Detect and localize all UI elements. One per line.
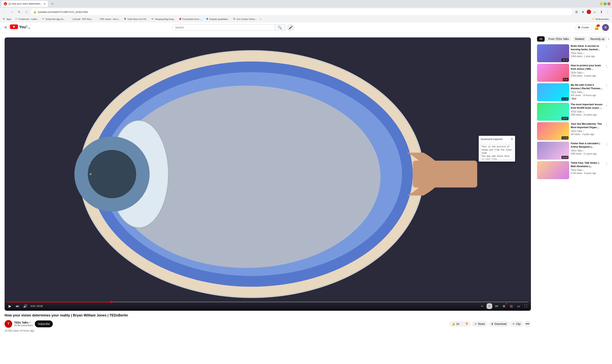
- extract-favicon: 🏷: [42, 18, 45, 20]
- address-bar[interactable]: 🔒 youtube.com/watch?v=cB6-FcA1_bU&t=240s: [31, 9, 573, 15]
- tab-related[interactable]: Related: [573, 36, 586, 42]
- history-icon[interactable]: ↙: [592, 9, 598, 14]
- new-tab-button[interactable]: +: [50, 1, 55, 6]
- clip-edit-button[interactable]: ✂: [479, 303, 485, 309]
- bookmark-problemset[interactable]: 📋 Problemset - Codef...: [14, 17, 40, 21]
- captions-button[interactable]: CC: [494, 303, 500, 309]
- close-button[interactable]: [607, 2, 611, 5]
- related-video-item[interactable]: 18:19 Brain Hack: 6 secrets to learning …: [537, 44, 609, 62]
- progress-bar[interactable]: [7, 301, 529, 302]
- extensions-icon[interactable]: ⊞: [574, 9, 579, 14]
- tab-from-tedx[interactable]: From TEDx Talks: [546, 36, 571, 42]
- miniplayer-button[interactable]: ⊡: [508, 303, 514, 309]
- bookmark-icon[interactable]: ★: [580, 9, 586, 14]
- settings-button[interactable]: ⚙: [501, 303, 507, 309]
- related-more-button[interactable]: ⋮: [604, 64, 609, 68]
- bookmark-pdf-resizer[interactable]: 📄 PDF resizer - free o...: [95, 17, 122, 21]
- related-channel-name: TEDx Talks✓: [571, 110, 603, 113]
- related-more-button[interactable]: ⋮: [604, 161, 609, 166]
- channel-name: TEDx Talks ✓: [14, 321, 33, 324]
- next-button[interactable]: ⏭: [14, 303, 21, 309]
- download-label: Download: [495, 322, 506, 325]
- related-more-button[interactable]: ⋮: [604, 122, 609, 127]
- youtube-header: ≡ YouTube IN 🔍 🎤 ✚: [0, 22, 612, 33]
- create-button[interactable]: ✚ Create: [575, 25, 591, 30]
- tab-all[interactable]: All: [537, 36, 545, 42]
- video-controls: ▶ ⏭ 🔊 4:01 / 20:20 ✂ ⏱ CC ⚙: [5, 300, 531, 311]
- bookmark-apps[interactable]: ⊞ Apps: [1, 17, 13, 21]
- volume-button[interactable]: 🔊: [22, 303, 28, 309]
- bookmarks-more-button[interactable]: »: [259, 17, 263, 21]
- back-button[interactable]: ←: [1, 9, 8, 15]
- controls-row: ▶ ⏭ 🔊 4:01 / 20:20 ✂ ⏱ CC ⚙: [7, 303, 529, 309]
- bookmark-irregular[interactable]: 🔷 Irregular quadrilater...: [204, 17, 231, 21]
- related-video-title: Brain Hack: 6 secrets to learning faster…: [571, 44, 603, 51]
- close-tab-button[interactable]: ✕: [43, 2, 46, 5]
- related-video-item[interactable]: Think Fast. Talk Smart. | Matt Abrahams …: [537, 161, 609, 179]
- related-video-item[interactable]: 15:04 Faster than a calculator | Arthur …: [537, 142, 609, 160]
- subscribe-button[interactable]: Subscribe: [35, 320, 53, 327]
- channel-verified: ✓: [583, 130, 584, 132]
- notifications-button[interactable]: 🔔 1: [593, 24, 600, 31]
- home-button[interactable]: ⌂: [23, 9, 29, 15]
- forward-button[interactable]: →: [9, 9, 15, 15]
- search-input[interactable]: [172, 25, 275, 31]
- share-button[interactable]: ↗ Share: [472, 321, 487, 327]
- maximize-button[interactable]: [604, 2, 607, 5]
- channel-avatar[interactable]: T: [5, 320, 12, 328]
- browser-tab[interactable]: ▶ (1) How your vision determines... ✕: [1, 1, 48, 7]
- clip-icon: ✂: [513, 322, 515, 325]
- youtube-country: IN: [28, 27, 30, 29]
- tab-recently-up[interactable]: Recently up: [588, 36, 607, 42]
- clip-button[interactable]: ✂ Clip: [510, 321, 523, 327]
- related-more-button[interactable]: ⋮: [604, 142, 609, 146]
- bookmark-fruit[interactable]: 🍎 Fruit basket Icons -...: [178, 17, 204, 21]
- video-duration: 11:29: [561, 136, 568, 139]
- all-bookmarks-folder[interactable]: 📁 All Bookmarks: [591, 17, 611, 21]
- new-badge: New: [571, 97, 577, 100]
- dislike-button[interactable]: 👎: [462, 321, 471, 327]
- related-more-button[interactable]: ⋮: [604, 44, 609, 49]
- video-player[interactable]: Screenshot Captured ✕ This is the pictur…: [5, 38, 531, 311]
- profile-icon[interactable]: Y: [587, 10, 591, 14]
- related-video-thumbnail: [537, 161, 569, 179]
- related-video-item[interactable]: 11:16 My life with Crohn's disease | Rac…: [537, 83, 609, 101]
- related-video-item[interactable]: 11:29 Your Gut Microbiome: The Most Impo…: [537, 122, 609, 140]
- bookmark-icon-creator[interactable]: 🎨 Icon Creator Online...: [232, 17, 258, 21]
- menu-icon[interactable]: ⋮: [605, 9, 611, 14]
- downloads-icon[interactable]: ⬇: [598, 9, 604, 14]
- refresh-button[interactable]: ↻: [16, 9, 22, 15]
- related-video-info: Brain Hack: 6 secrets to learning faster…: [571, 44, 603, 62]
- voice-search-button[interactable]: 🎤: [287, 24, 294, 31]
- autoplay-toggle[interactable]: ⏱: [487, 303, 492, 309]
- related-video-title: Faster than a calculator | Arthur Benjam…: [571, 142, 603, 149]
- hamburger-menu-button[interactable]: ≡: [3, 24, 8, 31]
- related-video-item[interactable]: 9:25 How to protect your brain from stre…: [537, 64, 609, 82]
- bookmark-cloth[interactable]: 🖼 Cloth Store icon PN...: [123, 17, 149, 21]
- sidebar-tabs-chevron[interactable]: ›: [608, 36, 609, 42]
- video-title: How your vision determines your reality …: [5, 313, 531, 318]
- related-more-button[interactable]: ⋮: [604, 103, 609, 107]
- play-button[interactable]: ▶: [7, 303, 13, 309]
- related-video-item[interactable]: 14:37 The most important lesson from 83,…: [537, 103, 609, 121]
- screenshot-popup-close-button[interactable]: ✕: [511, 137, 513, 141]
- bookmark-extract[interactable]: 🏷 Extract the tags fro...: [41, 17, 67, 21]
- bookmark-lldl[interactable]: 📄 LLDl.pdf - PDF Resi...: [68, 17, 95, 21]
- channel-details[interactable]: TEDx Talks ✓ 40.8M subscribers: [14, 321, 33, 327]
- fullscreen-button[interactable]: ⛶: [523, 303, 529, 309]
- share-icon: ↗: [474, 322, 477, 325]
- video-duration: 11:16: [561, 97, 568, 101]
- related-more-button[interactable]: ⋮: [604, 83, 609, 88]
- more-actions-button[interactable]: •••: [524, 320, 531, 327]
- youtube-logo[interactable]: YouTube IN: [10, 24, 30, 31]
- screenshot-notes-textarea[interactable]: This is the picture of human eye from th…: [481, 144, 513, 159]
- action-buttons: 👍 1K 👎 ↗ Share ⬇ Download: [449, 320, 531, 327]
- related-video-meta: 910 views · 19 hours ago: [571, 94, 603, 97]
- theater-button[interactable]: ▭: [516, 303, 521, 309]
- minimize-button[interactable]: [600, 2, 603, 5]
- like-button[interactable]: 👍 1K: [449, 321, 462, 327]
- search-button[interactable]: 🔍: [275, 25, 285, 31]
- download-button[interactable]: ⬇ Download: [488, 321, 509, 327]
- user-avatar[interactable]: R: [602, 24, 609, 31]
- bookmark-shopping[interactable]: 🛍 Shopping Bag Imag...: [150, 17, 177, 21]
